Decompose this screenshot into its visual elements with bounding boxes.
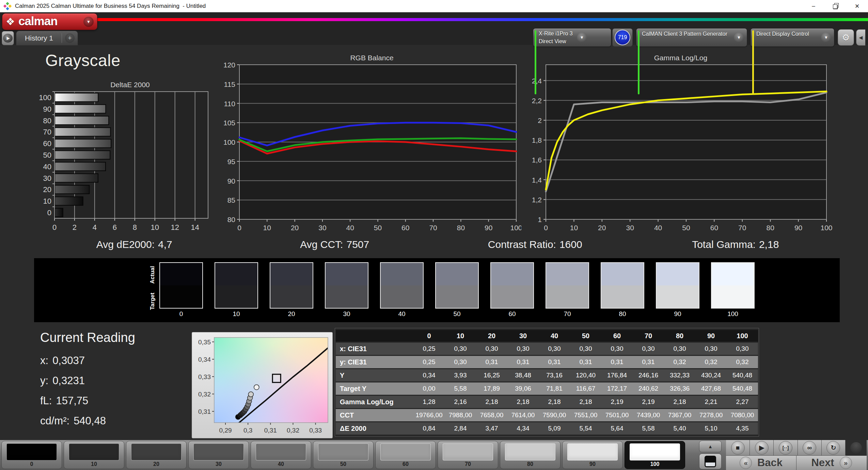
table-cell: 5,58 [633,422,664,435]
table-row-label: x: CIE31 [336,343,413,355]
table-cell: 2,16 [445,396,476,408]
swatch-actual [491,263,533,285]
play-arrow-icon: ▶ [3,34,13,43]
grayscale-swatch-90: 90 [656,262,699,318]
table-cell: 7439,00 [633,409,664,421]
pattern-level-label: 40 [256,460,306,468]
grayscale-swatch-50: 50 [435,262,479,318]
pattern-level-button-90[interactable]: 90 [562,441,623,469]
swatch-target [215,285,257,308]
window-size-button[interactable] [699,454,722,469]
pattern-level-button-20[interactable]: 20 [126,441,187,469]
add-tab-button[interactable]: + [62,33,78,43]
table-column-header: 80 [664,330,695,342]
display-dropdown[interactable]: Direct Display Control ▼ [751,28,834,47]
pattern-level-button-10[interactable]: 10 [64,441,124,469]
deltae-bar-30 [55,174,98,182]
svg-text:2,2: 2,2 [532,97,542,105]
range-button[interactable]: [··] [774,440,798,456]
play-button[interactable]: ▶ [750,440,774,456]
swatch-actual [436,263,478,285]
table-cell: 0,31 [570,356,601,368]
tab-nav-button[interactable]: ▶ [2,31,14,45]
source-dropdown[interactable]: CalMAN Client 3 Pattern Generator ▼ [636,28,747,47]
table-cell: 0,84 [413,422,445,435]
table-row: Y0,343,9316,2538,4873,16120,40176,84246,… [336,369,758,381]
table-cell: 2,18 [507,396,539,408]
svg-text:1,6: 1,6 [532,156,542,164]
next-button[interactable]: Next » [796,456,867,470]
svg-text:70: 70 [43,128,51,136]
restore-button[interactable] [824,0,846,12]
collapse-panel-button[interactable]: ◀ [856,29,865,46]
table-cell: 16,25 [476,369,507,381]
tab-history-1[interactable]: History 1 + [16,31,78,45]
table-cell: 176,84 [601,369,633,381]
meter-badge-panel[interactable]: 719 [612,28,633,47]
grayscale-swatch-80: 80 [601,262,644,318]
svg-text:60: 60 [710,224,718,232]
deltae-bar-100 [55,93,98,101]
swatch-target [160,285,202,308]
reading-cdm2: cd/m²:540,48 [40,415,135,427]
table-cell: 427,68 [695,382,727,395]
table-cell: 540,48 [727,369,758,381]
refresh-icon: ↻ [831,444,836,452]
table-cell: 0,32 [727,356,758,368]
table-row-label: ΔE 2000 [336,422,413,435]
table-cell: 0,32 [664,356,695,368]
loop-button[interactable]: ∞ [798,440,822,456]
swatch-actual [546,263,588,285]
pattern-level-button-60[interactable]: 60 [375,441,436,469]
pattern-level-label: 30 [193,460,244,468]
swatch-level-label: 50 [435,310,479,318]
pattern-level-button-50[interactable]: 50 [313,441,374,469]
swatch-target [270,285,313,308]
pattern-level-button-0[interactable]: 0 [1,441,62,469]
gear-icon: ⚙ [842,32,850,43]
close-button[interactable]: ✕ [846,0,868,12]
svg-text:115: 115 [224,80,235,88]
pattern-level-button-100[interactable]: 100 [625,441,685,469]
minimize-button[interactable]: – [803,0,824,12]
meter-badge: 719 [615,30,630,45]
grayscale-swatch-40: 40 [380,262,424,318]
svg-text:2: 2 [538,116,542,124]
svg-text:50: 50 [43,151,51,159]
title-bar: Calman 2025 Calman Ultimate for Business… [0,0,868,12]
swatch-level-label: 100 [711,310,755,318]
pattern-up-button[interactable]: ▲ [699,441,722,452]
back-button[interactable]: « Back [726,456,796,470]
deltae-svg: 024681012141009080706050403020100 [37,90,223,232]
meter-dropdown[interactable]: X-Rite i1Pro 3 Direct View ▼ [533,28,611,47]
pattern-swatch [505,443,555,460]
pattern-level-button-80[interactable]: 80 [500,441,561,469]
pattern-level-button-40[interactable]: 40 [251,441,311,469]
back-chevron-icon: « [744,459,747,467]
deltae-chart-title: DeltaE 2000 [37,80,223,90]
table-column-header: 0 [413,330,445,342]
stat-avg-de2000: Avg dE2000:4,7 [34,235,235,254]
grayscale-swatch-10: 10 [215,262,258,318]
gamma-svg: 2,42,221,81,61,41,2101020304050607080901… [529,63,833,233]
swatch-actual [657,263,699,285]
stop-button[interactable]: ■ [726,440,750,456]
table-cell: 120,40 [570,369,601,381]
table-header-row: 0102030405060708090100 [336,330,758,342]
range-icon: [··] [783,445,789,451]
table-column-header: 70 [633,330,664,342]
pattern-level-button-30[interactable]: 30 [188,441,249,469]
settings-button[interactable]: ⚙ [838,29,854,46]
refresh-button[interactable]: ↻ [822,440,846,456]
source-name: CalMAN Client 3 Pattern Generator [642,29,727,38]
deltae-bar-40 [55,162,106,171]
grayscale-swatch-0: 0 [159,262,203,318]
table-cell: 2,18 [664,396,695,408]
next-label: Next [811,457,834,469]
swatch-target [326,285,368,308]
svg-text:95: 95 [227,158,235,166]
pattern-level-label: 100 [630,460,680,468]
pattern-level-button-70[interactable]: 70 [438,441,498,469]
calman-menu-button[interactable]: ❖ calman ▼ [2,13,97,30]
corner-circle-icon [850,442,862,454]
